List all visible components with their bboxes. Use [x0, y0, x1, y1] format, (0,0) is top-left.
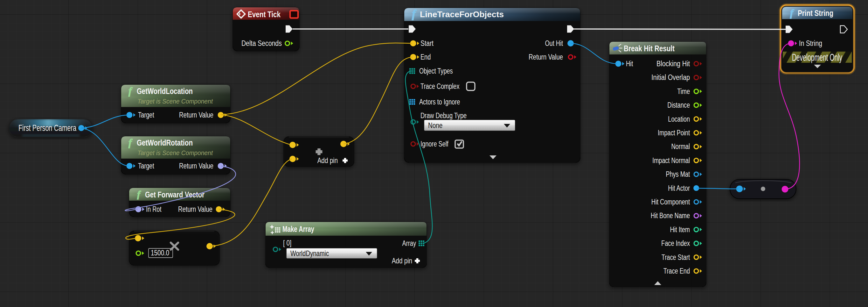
svg-text:Start: Start — [421, 39, 434, 48]
svg-text:Hit Bone Name: Hit Bone Name — [651, 212, 690, 220]
svg-text:Array: Array — [402, 239, 416, 247]
svg-text:Impact Normal: Impact Normal — [652, 156, 690, 165]
svg-text:Target: Target — [138, 162, 154, 170]
svg-text:Face Index: Face Index — [661, 239, 690, 247]
svg-text:Trace Complex: Trace Complex — [421, 82, 460, 90]
svg-text:Return Value: Return Value — [529, 53, 563, 61]
svg-text:In Rot: In Rot — [146, 205, 162, 213]
svg-text:Add pin: Add pin — [317, 156, 338, 165]
svg-text:Hit Item: Hit Item — [670, 225, 690, 234]
svg-text:Add pin: Add pin — [392, 256, 412, 265]
svg-text:GetWorldLocation: GetWorldLocation — [137, 87, 193, 95]
svg-text:Target: Target — [138, 111, 154, 119]
svg-text:Impact Point: Impact Point — [658, 129, 690, 137]
svg-text:GetWorldRotation: GetWorldRotation — [137, 138, 193, 147]
svg-text:Out Hit: Out Hit — [545, 39, 563, 48]
svg-text:Actors to Ignore: Actors to Ignore — [419, 98, 460, 106]
svg-text:Target is Scene Component: Target is Scene Component — [137, 149, 213, 156]
svg-text:1500.0: 1500.0 — [151, 249, 169, 257]
svg-text:Location: Location — [668, 115, 690, 123]
svg-text:First Person Camera: First Person Camera — [19, 123, 76, 133]
svg-text:Hit: Hit — [626, 60, 633, 68]
svg-text:In String: In String — [799, 39, 822, 48]
svg-text:Phys Mat: Phys Mat — [666, 170, 690, 178]
svg-text:Return Value: Return Value — [179, 111, 213, 119]
svg-text:Return Value: Return Value — [179, 162, 213, 170]
svg-text:WorldDynamic: WorldDynamic — [290, 249, 329, 258]
svg-text:End: End — [421, 53, 431, 61]
svg-text:[ 0]: [ 0] — [283, 239, 291, 247]
svg-text:Trace Start: Trace Start — [661, 253, 690, 261]
svg-text:Event Tick: Event Tick — [248, 10, 281, 19]
svg-text:Distance: Distance — [667, 101, 690, 109]
svg-text:Draw Debug Type: Draw Debug Type — [421, 111, 467, 120]
svg-text:Object Types: Object Types — [419, 67, 453, 75]
svg-text:Print String: Print String — [798, 8, 833, 18]
svg-text:Development Only: Development Only — [792, 52, 842, 63]
svg-text:Trace End: Trace End — [663, 267, 690, 275]
svg-text:Blocking Hit: Blocking Hit — [656, 60, 690, 68]
svg-text:Delta Seconds: Delta Seconds — [241, 39, 282, 48]
svg-text:None: None — [428, 121, 442, 130]
svg-text:Ignore Self: Ignore Self — [421, 140, 448, 148]
svg-text:Return Value: Return Value — [178, 205, 213, 213]
svg-text:Target is Scene Component: Target is Scene Component — [137, 97, 213, 105]
svg-text:LineTraceForObjects: LineTraceForObjects — [420, 10, 504, 19]
svg-text:Normal: Normal — [671, 142, 690, 151]
svg-text:Break Hit Result: Break Hit Result — [624, 44, 675, 53]
svg-text:Make Array: Make Array — [282, 225, 314, 233]
svg-text:Time: Time — [677, 87, 690, 95]
svg-text:Hit Actor: Hit Actor — [668, 184, 690, 192]
svg-text:Hit Component: Hit Component — [651, 198, 690, 206]
svg-text:Initial Overlap: Initial Overlap — [651, 73, 690, 82]
